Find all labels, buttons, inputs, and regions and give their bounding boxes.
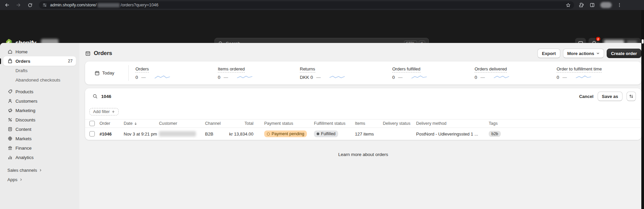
col-order[interactable]: Order xyxy=(99,121,124,126)
sidebar-item-markets[interactable]: Markets xyxy=(3,134,76,143)
sidebar-item-content[interactable]: Content xyxy=(3,124,76,134)
add-filter-button[interactable]: Add filter xyxy=(89,108,119,115)
search-icon xyxy=(92,94,98,99)
page-title: Orders xyxy=(94,50,112,57)
select-all-checkbox[interactable] xyxy=(89,121,95,126)
page-scrollbar[interactable] xyxy=(641,10,644,209)
url-prefix: admin.shopify.com/store/ xyxy=(50,3,96,7)
orders-page-icon xyxy=(85,51,91,56)
more-actions-button[interactable]: More actions xyxy=(563,49,604,58)
date-range-selector[interactable]: Today xyxy=(85,61,128,85)
cancel-button[interactable]: Cancel xyxy=(579,94,594,99)
sidebar-item-abandoned-checkouts[interactable]: Abandoned checkouts xyxy=(3,75,76,85)
discounts-icon xyxy=(7,117,13,122)
sidebar-section-sales-channels[interactable]: Sales channels xyxy=(3,165,76,175)
fulfillment-status-badge: Fulfilled xyxy=(314,130,338,137)
pending-ring-icon xyxy=(267,133,270,136)
sidebar-item-customers[interactable]: Customers xyxy=(3,96,76,106)
fulfilled-dot-icon xyxy=(317,133,319,135)
col-items[interactable]: Items xyxy=(355,121,383,126)
metric-label[interactable]: Orders delivered xyxy=(475,66,507,72)
metric-label[interactable]: Orders xyxy=(135,66,149,72)
sparkline-chart xyxy=(237,74,252,80)
sidebar-item-home[interactable]: Home xyxy=(3,47,76,56)
sidebar-item-marketing[interactable]: Marketing xyxy=(3,106,76,115)
orders-list-card: Cancel Save as Add filter Orde xyxy=(85,88,641,140)
payment-status-cell: Payment pending xyxy=(253,130,314,137)
metric-change: — xyxy=(398,75,403,80)
browser-profile-avatar[interactable] xyxy=(600,2,612,8)
calendar-icon xyxy=(94,70,100,76)
cancel-label: Cancel xyxy=(579,94,594,99)
table-row[interactable]: #1046 Nov 3 at 9:21 pm B2B kr 13,834.00 … xyxy=(85,128,641,140)
section-label: Sales channels xyxy=(7,168,37,173)
sort-button[interactable] xyxy=(627,92,636,101)
blurred-customer-name xyxy=(159,131,196,137)
col-customer[interactable]: Customer xyxy=(159,121,205,126)
fulfillment-status-label: Fulfilled xyxy=(321,132,335,136)
sort-icon xyxy=(629,94,634,99)
chevron-right-icon xyxy=(19,178,23,181)
sidebar-item-products[interactable]: Products xyxy=(3,87,76,96)
metric-items-ordered: Items ordered 0 — xyxy=(211,61,293,85)
fulfillment-status-cell: Fulfilled xyxy=(314,130,355,137)
notification-count-badge: 2 xyxy=(595,36,601,42)
save-as-button[interactable]: Save as xyxy=(598,92,622,101)
create-order-button[interactable]: Create order xyxy=(607,49,641,58)
col-date[interactable]: Date xyxy=(124,121,159,126)
metric-value: DKK 0 xyxy=(300,75,313,80)
col-payment-status[interactable]: Payment status xyxy=(253,121,314,126)
learn-more-link[interactable]: Learn more about orders xyxy=(338,152,388,157)
metric-label[interactable]: Order to fulfillment time xyxy=(557,66,602,72)
chevron-right-icon xyxy=(39,169,42,172)
sidebar-section-apps[interactable]: Apps xyxy=(3,175,76,184)
metric-label[interactable]: Items ordered xyxy=(218,66,245,72)
browser-toolbar: admin.shopify.com/store/ /orders?query=1… xyxy=(0,0,644,10)
search-filter-row: Cancel Save as xyxy=(85,88,641,104)
metric-label[interactable]: Orders fulfilled xyxy=(392,66,420,72)
sidebar-item-discounts[interactable]: Discounts xyxy=(3,115,76,124)
sidebar-item-label: Analytics xyxy=(15,155,34,160)
row-checkbox[interactable] xyxy=(89,131,95,137)
table-header: Order Date Customer Channel Total Paymen… xyxy=(85,119,641,128)
sidebar-item-orders[interactable]: Orders 27 xyxy=(3,56,76,66)
address-bar[interactable]: admin.shopify.com/store/ /orders?query=1… xyxy=(39,1,574,9)
site-settings-icon[interactable] xyxy=(42,3,47,7)
order-number[interactable]: #1046 xyxy=(99,132,124,137)
col-delivery-method[interactable]: Delivery method xyxy=(416,121,489,126)
col-fulfillment-status[interactable]: Fulfillment status xyxy=(314,121,355,126)
sidebar-item-label: Finance xyxy=(15,146,32,151)
sidebar-item-finance[interactable]: Finance xyxy=(3,143,76,153)
payment-status-badge: Payment pending xyxy=(264,130,307,137)
col-channel[interactable]: Channel xyxy=(205,121,229,126)
col-tags[interactable]: Tags xyxy=(489,121,636,126)
sidebar-item-drafts[interactable]: Drafts xyxy=(3,66,76,75)
metric-orders: Orders 0 — xyxy=(129,61,211,85)
scrollbar-thumb[interactable] xyxy=(642,39,644,44)
sparkline-chart xyxy=(155,74,170,80)
extensions-puzzle-icon[interactable] xyxy=(579,2,584,8)
admin-app: Home Orders 27 Drafts Abandoned checkout… xyxy=(0,43,644,209)
date-range-label: Today xyxy=(102,70,114,75)
sparkline-chart xyxy=(411,74,427,80)
sparkline-chart xyxy=(494,74,509,80)
col-delivery-status[interactable]: Delivery status xyxy=(383,121,416,126)
order-date: Nov 3 at 9:21 pm xyxy=(124,132,159,137)
forward-icon[interactable] xyxy=(14,1,23,9)
panel-icon[interactable] xyxy=(590,2,595,8)
url-suffix: /orders?query=1046 xyxy=(121,3,158,7)
metric-label[interactable]: Returns xyxy=(300,66,315,72)
sidebar-item-analytics[interactable]: Analytics xyxy=(3,153,76,162)
sidebar-item-label: Markets xyxy=(15,136,32,141)
browser-menu-icon[interactable] xyxy=(617,3,622,7)
products-icon xyxy=(7,89,13,94)
reload-icon[interactable] xyxy=(26,1,34,9)
orders-search-input[interactable] xyxy=(101,94,404,99)
col-total[interactable]: Total xyxy=(229,121,253,126)
bookmark-star-icon[interactable] xyxy=(566,3,571,8)
back-icon[interactable] xyxy=(3,1,11,9)
delivery-method-cell: PostNord - Udleveringssted 1 ... xyxy=(416,132,489,137)
sidebar-item-label: Home xyxy=(15,49,28,54)
metric-orders-fulfilled: Orders fulfilled 0 — xyxy=(386,61,468,85)
export-button[interactable]: Export xyxy=(537,49,560,58)
